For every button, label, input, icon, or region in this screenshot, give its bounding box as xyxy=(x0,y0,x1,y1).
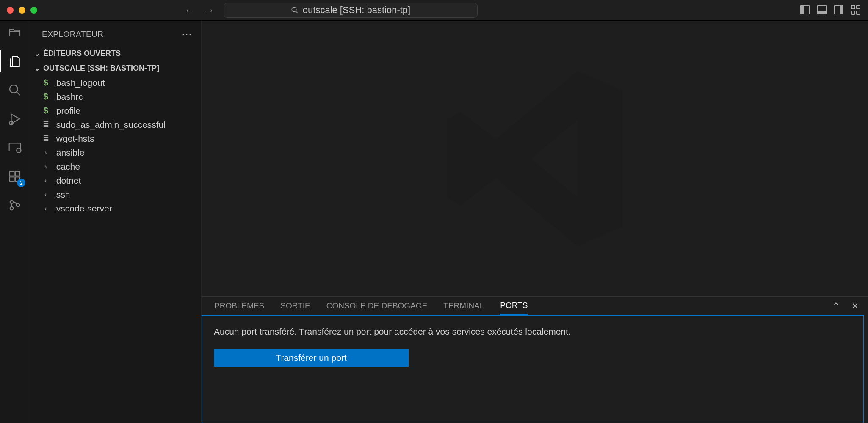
toggle-primary-sidebar-icon[interactable] xyxy=(800,5,810,14)
file-item[interactable]: $.bashrc xyxy=(30,90,201,104)
text-file-icon: ≣ xyxy=(43,134,49,143)
file-label: .sudo_as_admin_successful xyxy=(54,120,166,130)
activity-bar: 2 xyxy=(0,21,30,423)
tab-terminal[interactable]: TERMINAL xyxy=(443,297,484,315)
text-file-icon: ≣ xyxy=(43,120,49,129)
folder-label: .ansible xyxy=(54,148,84,158)
chevron-right-icon: › xyxy=(42,177,50,184)
panel-tabs: PROBLÈMES SORTIE CONSOLE DE DÉBOGAGE TER… xyxy=(202,297,868,315)
svg-line-3 xyxy=(17,92,20,95)
nav-back-icon[interactable]: ← xyxy=(184,4,195,17)
explorer-sidebar: EXPLORATEUR ⋯ ⌄ ÉDITEURS OUVERTS ⌄ OUTSC… xyxy=(30,21,202,423)
folder-label: .dotnet xyxy=(54,176,81,186)
explorer-more-icon[interactable]: ⋯ xyxy=(182,28,193,40)
ports-empty-message: Aucun port transféré. Transférez un port… xyxy=(214,327,851,337)
shell-file-icon: $ xyxy=(43,78,48,88)
open-editors-label: ÉDITEURS OUVERTS xyxy=(43,49,121,58)
chevron-right-icon: › xyxy=(42,163,50,170)
tab-output[interactable]: SORTIE xyxy=(280,297,310,315)
file-label: .bashrc xyxy=(54,92,83,102)
search-activity-icon[interactable] xyxy=(6,82,23,99)
file-tree: $.bash_logout$.bashrc$.profile≣.sudo_as_… xyxy=(30,76,201,215)
svg-point-13 xyxy=(10,207,14,210)
chevron-right-icon: › xyxy=(42,149,50,157)
file-item[interactable]: ≣.wget-hsts xyxy=(30,132,201,146)
customize-layout-icon[interactable] xyxy=(851,5,861,15)
panel-close-icon[interactable]: ✕ xyxy=(851,301,859,311)
svg-point-0 xyxy=(292,7,296,12)
file-label: .profile xyxy=(54,106,80,116)
title-bar: ← → outscale [SSH: bastion-tp] xyxy=(0,0,868,21)
chevron-right-icon: › xyxy=(42,205,50,212)
toggle-panel-icon[interactable] xyxy=(817,5,827,14)
folder-open-icon[interactable] xyxy=(6,24,23,41)
layout-controls xyxy=(800,5,861,15)
tab-debug-console[interactable]: CONSOLE DE DÉBOGAGE xyxy=(326,297,428,315)
chevron-down-icon: ⌄ xyxy=(34,49,40,58)
folder-section[interactable]: ⌄ OUTSCALE [SSH: BASTION-TP] xyxy=(30,61,201,76)
folder-label: .ssh xyxy=(54,190,70,200)
extensions-badge: 2 xyxy=(17,179,25,187)
forward-port-button[interactable]: Transférer un port xyxy=(214,349,409,367)
panel-maximize-icon[interactable]: ⌃ xyxy=(832,301,840,311)
svg-point-2 xyxy=(10,85,18,93)
folder-item[interactable]: ›.ansible xyxy=(30,146,201,159)
editor-background xyxy=(202,21,868,296)
tab-problems[interactable]: PROBLÈMES xyxy=(214,297,264,315)
svg-line-1 xyxy=(296,11,298,13)
file-label: .bash_logout xyxy=(54,78,105,88)
search-icon xyxy=(291,6,299,14)
folder-label: .cache xyxy=(54,162,80,172)
vscode-watermark-icon xyxy=(437,61,632,256)
folder-label: .vscode-server xyxy=(54,203,112,214)
folder-item[interactable]: ›.cache xyxy=(30,159,201,173)
bottom-panel: PROBLÈMES SORTIE CONSOLE DE DÉBOGAGE TER… xyxy=(202,296,868,423)
window-controls xyxy=(7,7,37,14)
command-center-text: outscale [SSH: bastion-tp] xyxy=(303,5,410,16)
run-debug-icon[interactable] xyxy=(6,110,23,127)
file-item[interactable]: $.profile xyxy=(30,104,201,118)
open-editors-section[interactable]: ⌄ ÉDITEURS OUVERTS xyxy=(30,46,201,61)
file-label: .wget-hsts xyxy=(54,134,94,144)
svg-rect-6 xyxy=(9,143,21,151)
folder-item[interactable]: ›.vscode-server xyxy=(30,201,201,215)
source-control-icon[interactable] xyxy=(6,197,23,214)
minimize-window-dot[interactable] xyxy=(19,7,25,14)
explorer-icon[interactable] xyxy=(6,53,23,70)
command-center[interactable]: outscale [SSH: bastion-tp] xyxy=(224,3,478,18)
folder-item[interactable]: ›.ssh xyxy=(30,187,201,201)
explorer-title: EXPLORATEUR xyxy=(42,30,104,39)
maximize-window-dot[interactable] xyxy=(30,7,37,14)
chevron-right-icon: › xyxy=(42,191,50,198)
svg-rect-11 xyxy=(15,171,20,176)
shell-file-icon: $ xyxy=(43,92,48,102)
folder-section-label: OUTSCALE [SSH: BASTION-TP] xyxy=(43,64,159,73)
file-item[interactable]: $.bash_logout xyxy=(30,76,201,90)
ports-panel-body: Aucun port transféré. Transférez un port… xyxy=(202,315,864,423)
tab-ports[interactable]: PORTS xyxy=(500,297,528,315)
svg-rect-9 xyxy=(10,177,14,181)
svg-point-12 xyxy=(10,201,14,204)
editor-area: PROBLÈMES SORTIE CONSOLE DE DÉBOGAGE TER… xyxy=(202,21,868,423)
close-window-dot[interactable] xyxy=(7,7,14,14)
extensions-icon[interactable]: 2 xyxy=(6,168,23,185)
folder-item[interactable]: ›.dotnet xyxy=(30,173,201,187)
shell-file-icon: $ xyxy=(43,106,48,115)
toggle-secondary-sidebar-icon[interactable] xyxy=(834,5,843,14)
chevron-down-icon: ⌄ xyxy=(34,64,40,72)
remote-explorer-icon[interactable] xyxy=(6,139,23,156)
nav-arrows: ← → xyxy=(184,4,215,17)
file-item[interactable]: ≣.sudo_as_admin_successful xyxy=(30,118,201,132)
nav-forward-icon[interactable]: → xyxy=(204,4,215,17)
svg-rect-8 xyxy=(10,171,14,176)
